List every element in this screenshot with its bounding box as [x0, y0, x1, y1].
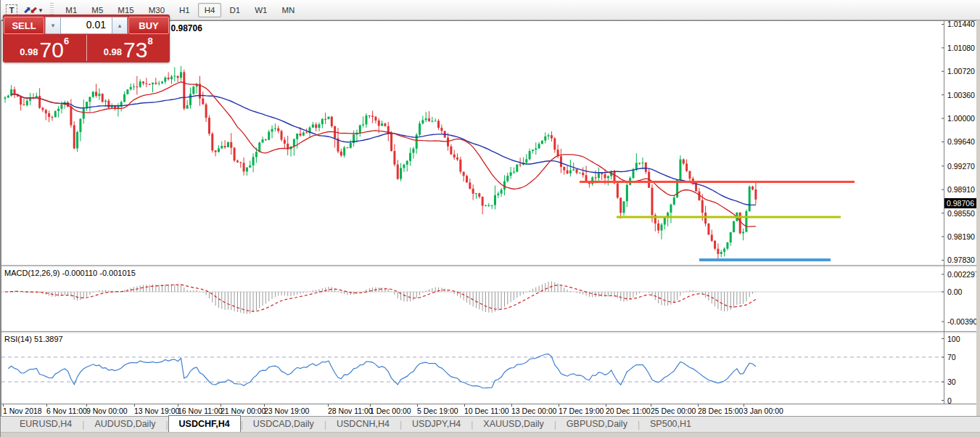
timeframe-button-d1[interactable]: D1 [223, 3, 247, 17]
buy-price-pipette: 8 [147, 36, 152, 46]
sell-price-pipette: 6 [64, 36, 69, 46]
price-tick-label: 0.99640 [947, 137, 975, 146]
symbol-tab-gbpusd[interactable]: GBPUSD,Daily [556, 417, 638, 432]
price-tick-label: 1.01080 [947, 44, 975, 52]
buy-button[interactable]: BUY [128, 17, 169, 34]
lot-increase-button[interactable]: ▴ [112, 17, 128, 34]
timeframe-button-mn[interactable]: MN [275, 3, 301, 17]
time-axis-label: 16 Nov 11:00 [178, 407, 223, 415]
price-tick-label: 0.97830 [947, 256, 975, 264]
time-axis-label: 1 Nov 2018 [3, 407, 42, 415]
time-axis-label: 25 Dec 00:00 [651, 407, 696, 415]
window-bottom-strip [1, 432, 980, 437]
rsi-canvas[interactable] [1, 333, 944, 404]
time-axis-label: 9 Nov 00:00 [86, 407, 128, 415]
ohlc-close: 0.98706 [170, 23, 202, 33]
sell-button[interactable]: SELL [4, 17, 44, 34]
time-axis-label: 20 Dec 11:00 [606, 407, 651, 415]
lot-size-input[interactable]: 0.01 [61, 17, 112, 34]
rsi-tick-label: 30 [947, 377, 956, 386]
current-price-badge: 0.98706 [944, 198, 976, 208]
symbol-tab-usdcnh[interactable]: USDCNH,H4 [326, 417, 400, 432]
lot-decrease-button[interactable]: ▾ [45, 17, 61, 34]
time-axis-label: 1 Dec 00:00 [370, 407, 411, 415]
arrows-icon: ⬈⬋ [23, 4, 36, 15]
window-right-strip [976, 20, 980, 416]
time-axis-label: 3 Jan 00:00 [744, 407, 783, 415]
sell-price-pips: 70 [40, 41, 64, 60]
sell-price[interactable]: 0.98 70 6 [3, 35, 87, 61]
timeframe-button-h1[interactable]: H1 [173, 3, 197, 17]
timeframe-button-w1[interactable]: W1 [248, 3, 273, 17]
buy-price[interactable]: 0.98 73 8 [87, 35, 170, 61]
macd-pane[interactable]: MACD(12,26,9) -0.000110 -0.001015 [1, 267, 976, 331]
rsi-pane[interactable]: RSI(14) 51.3897 [1, 333, 976, 404]
symbol-tab-xauusd[interactable]: XAUUSD,Daily [473, 417, 553, 432]
price-tick-label: 0.99270 [947, 162, 975, 171]
price-axis[interactable]: 1.014401.010801.007201.003601.000000.996… [944, 21, 976, 265]
rsi-label: RSI(14) 51.3897 [4, 335, 63, 343]
macd-axis[interactable]: 0.0022970.00-0.003904 [944, 267, 976, 331]
time-axis-label: 21 Nov 00:00 [221, 407, 265, 415]
one-click-trading-panel: SELL ▾ 0.01 ▴ BUY 0.98 70 6 0.98 73 8 [3, 15, 170, 62]
time-axis-label: 13 Dec 00:00 [511, 407, 556, 415]
symbol-tab-sp500[interactable]: SP500,H1 [640, 417, 701, 432]
symbol-tab-bar: EURUSD,H4|AUDUSD,Daily|USDCHF,H4|USDCAD,… [1, 416, 980, 432]
time-axis-label: 10 Dec 11:00 [464, 407, 509, 415]
chart-window: ▲ USDCHF,H4 0.98608 0.98736 0.98598 0.98… [1, 20, 976, 416]
time-axis-label: 6 Nov 11:00 [46, 407, 87, 415]
symbol-tab-eurusd[interactable]: EURUSD,H4 [9, 417, 82, 432]
time-axis-label: 17 Dec 19:00 [559, 407, 604, 415]
symbol-tab-usdchf[interactable]: USDCHF,H4 [168, 415, 241, 432]
rsi-tick-label: 100 [947, 335, 960, 343]
dropdown-caret-icon: ▾ [39, 7, 43, 14]
rsi-tick-label: 70 [947, 353, 956, 362]
macd-tick-label: 0.002297 [947, 270, 979, 279]
buy-price-pips: 73 [123, 41, 147, 60]
price-tick-label: 1.01440 [947, 20, 975, 28]
time-axis-label: 13 Nov 19:00 [134, 407, 179, 415]
macd-label: MACD(12,26,9) -0.000110 -0.001015 [4, 269, 136, 277]
time-axis-label: 23 Nov 19:00 [264, 407, 309, 415]
time-axis-label: 5 Dec 19:00 [417, 407, 458, 415]
price-tick-label: 1.00000 [947, 114, 975, 123]
symbol-tab-usdjpy[interactable]: USDJPY,H4 [402, 417, 471, 432]
terminal-window: T ⬈⬋ ▾ M1M5M15M30H1H4D1W1MN ▲ USDCHF,H4 … [0, 0, 980, 437]
symbol-tab-usdcad[interactable]: USDCAD,Daily [243, 417, 324, 432]
sell-price-base: 0.98 [20, 47, 38, 59]
time-axis[interactable]: 1 Nov 20186 Nov 11:009 Nov 00:0013 Nov 1… [1, 404, 976, 417]
rsi-axis[interactable]: 10070300 [944, 333, 976, 404]
symbol-tab-audusd[interactable]: AUDUSD,Daily [84, 417, 165, 432]
timeframe-button-h4[interactable]: H4 [198, 3, 222, 17]
macd-tick-label: -0.003904 [947, 317, 980, 326]
time-axis-label: 28 Nov 11:00 [328, 407, 373, 415]
price-tick-label: 1.00360 [947, 91, 975, 99]
buy-price-base: 0.98 [104, 47, 122, 59]
macd-tick-label: 0.00 [947, 287, 962, 296]
time-axis-label: 28 Dec 15:00 [698, 407, 743, 415]
price-tick-label: 1.00720 [947, 67, 975, 75]
price-tick-label: 0.98550 [947, 209, 975, 218]
price-tick-label: 0.98190 [947, 232, 975, 241]
macd-canvas[interactable] [1, 267, 944, 331]
price-tick-label: 0.98910 [947, 185, 975, 194]
